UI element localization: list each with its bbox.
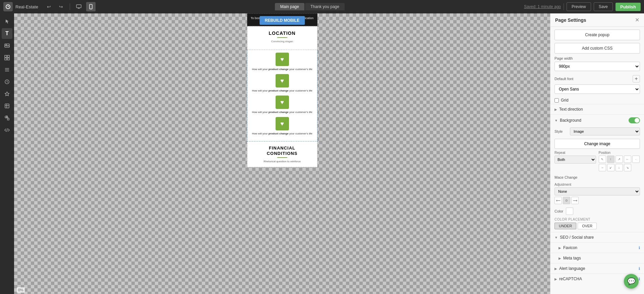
svg-rect-10 <box>5 58 7 60</box>
repeat-group: Repeat Both X Y None <box>554 151 596 171</box>
svg-rect-9 <box>7 55 9 57</box>
svg-rect-8 <box>5 55 7 57</box>
default-font-select[interactable]: Open Sans Roboto Lato <box>554 84 640 94</box>
tab-thank-you-page[interactable]: Thank you page <box>305 3 345 10</box>
panel-header: Page Settings ✕ <box>550 13 644 27</box>
feature-item-1: ♥ How will your product change your cust… <box>250 53 314 71</box>
brand-name: Real-Estate <box>15 4 38 9</box>
style-row: Style Image Color Gradient Video <box>554 127 640 135</box>
pos-bot-center[interactable]: ↓ <box>616 164 623 171</box>
text-direction-row[interactable]: ▶ Text direction <box>550 104 644 114</box>
placement-over-button[interactable]: OVER <box>578 223 597 229</box>
create-popup-button[interactable]: Create popup <box>554 30 640 40</box>
repeat-position-row: Repeat Both X Y None Position ↖ ↑ ↗ ← · … <box>550 151 644 173</box>
recaptcha-chevron: ▶ <box>554 277 557 281</box>
main-layout: T REBUILD MOBILE <box>0 13 644 294</box>
rebuild-mobile-button[interactable]: REBUILD MOBILE <box>259 16 305 25</box>
background-row[interactable]: ▼ Background <box>550 114 644 126</box>
sidebar-item-code[interactable] <box>2 125 12 135</box>
pos-bot-left[interactable]: ↙ <box>607 164 614 171</box>
add-custom-css-button[interactable]: Add custom CSS <box>554 43 640 54</box>
adjustment-select[interactable]: None Fit Crop <box>554 187 640 195</box>
tab-main-page[interactable]: Main page <box>275 3 304 10</box>
feature-text-3: How will your product change your custom… <box>252 111 312 114</box>
page-width-label: Page width <box>554 56 640 60</box>
color-placement-label: Color placement <box>554 218 640 221</box>
sidebar-item-layout[interactable] <box>2 52 12 63</box>
alert-language-chevron: ▶ <box>554 267 557 271</box>
background-chevron: ▼ <box>554 119 558 122</box>
svg-rect-17 <box>5 104 9 108</box>
page-width-section: Page width 980px 1200px 1440px <box>550 54 644 74</box>
style-section: Style Image Color Gradient Video <box>550 126 644 139</box>
sidebar-item-lines[interactable] <box>2 64 12 75</box>
placement-under-button[interactable]: UNDER <box>554 223 576 229</box>
pos-mid-left[interactable]: ← <box>624 156 631 163</box>
sidebar-item-box[interactable] <box>2 101 12 111</box>
pos-mid-right[interactable]: → <box>599 164 606 171</box>
pos-bot-right[interactable]: ↘ <box>624 164 631 171</box>
position-icons: ↖ ↑ ↗ ← · → ↙ ↓ ↘ <box>599 156 640 171</box>
feature-text-1: How will your product change your custom… <box>252 68 312 71</box>
tab-bar: Main page Thank you page <box>98 3 521 10</box>
feature-item-3: ♥ How will your product change your cust… <box>250 96 314 114</box>
mace-change-label: Mace Change <box>554 175 578 179</box>
redo-button[interactable]: ↪ <box>56 2 66 11</box>
financial-underline <box>277 157 287 158</box>
background-toggle[interactable] <box>629 117 640 123</box>
pos-top-center[interactable]: ↑ <box>607 156 614 163</box>
alert-language-info-icon: ℹ <box>639 267 640 271</box>
chat-bubble[interactable]: 💬 <box>624 274 639 289</box>
page-width-select[interactable]: 980px 1200px 1440px <box>554 62 640 71</box>
pos-top-right[interactable]: ↗ <box>616 156 623 163</box>
sidebar-item-star[interactable] <box>2 89 12 99</box>
sidebar-item-clock[interactable] <box>2 76 12 87</box>
undo-button[interactable]: ↩ <box>44 2 54 11</box>
pos-mid-center[interactable]: · <box>632 156 640 163</box>
change-image-button[interactable]: Change image <box>554 139 640 149</box>
style-select[interactable]: Image Color Gradient Video <box>570 127 640 135</box>
color-placement-section: Color placement UNDER OVER <box>550 216 644 232</box>
default-font-label: Default font <box>554 77 630 81</box>
publish-button[interactable]: Publish <box>616 3 641 11</box>
position-label: Position <box>599 151 640 155</box>
preview-button[interactable]: Preview <box>567 2 591 11</box>
alert-language-row[interactable]: ▶ Alert language ℹ <box>550 263 644 274</box>
grid-checkbox-row: Grid <box>550 97 644 104</box>
save-button[interactable]: Save <box>594 2 613 11</box>
seo-social-row[interactable]: ▼ SEO / Social share <box>550 232 644 242</box>
color-swatch[interactable] <box>566 208 573 215</box>
seo-social-label: SEO / Social share <box>560 235 640 240</box>
repeat-select[interactable]: Both X Y None <box>554 156 596 164</box>
sidebar-item-shapes[interactable] <box>2 113 12 123</box>
feature-text-4: How will your product change your custom… <box>252 132 312 135</box>
location-section: LOCATION Convincing slogan <box>247 26 317 50</box>
toolbar-right-actions: Saved: 1 minute ago Preview Save Publish <box>524 2 641 11</box>
adj-center-icon[interactable]: ⊙ <box>563 197 570 204</box>
meta-tags-row[interactable]: ▶ Meta tags <box>550 253 644 263</box>
sidebar-item-pointer[interactable] <box>2 16 12 27</box>
sidebar-item-text[interactable]: T <box>2 28 12 39</box>
feature-icon-2: ♥ <box>276 74 289 87</box>
toolbar-sep-preview <box>564 3 564 10</box>
svg-rect-1 <box>76 5 81 8</box>
adj-right-icon[interactable]: ⟶ <box>571 197 579 204</box>
feature-item-4: ♥ How will your product change your cust… <box>250 117 314 135</box>
canvas-area: REBUILD MOBILE To book when I get a feel… <box>14 13 550 294</box>
feature-icon-4: ♥ <box>276 117 289 130</box>
mace-change-section: Mace Change <box>550 173 644 181</box>
default-font-row: Default font + <box>554 75 640 82</box>
zoom-indicator: 0% <box>17 287 25 293</box>
feature-item-2: ♥ How will your product change your cust… <box>250 74 314 92</box>
panel-close-button[interactable]: ✕ <box>635 17 639 23</box>
pos-top-left[interactable]: ↖ <box>599 156 606 163</box>
sidebar-item-media[interactable] <box>2 40 12 51</box>
default-font-section: Default font + Open Sans Roboto Lato <box>550 74 644 97</box>
desktop-view-button[interactable] <box>74 2 83 11</box>
favicon-row[interactable]: ▶ Favicon ℹ <box>550 242 644 253</box>
grid-checkbox[interactable] <box>554 98 559 103</box>
add-font-button[interactable]: + <box>633 75 640 82</box>
style-label: Style <box>554 129 568 133</box>
adj-left-icon[interactable]: ⟵ <box>554 197 562 204</box>
mobile-view-button[interactable] <box>86 2 96 11</box>
